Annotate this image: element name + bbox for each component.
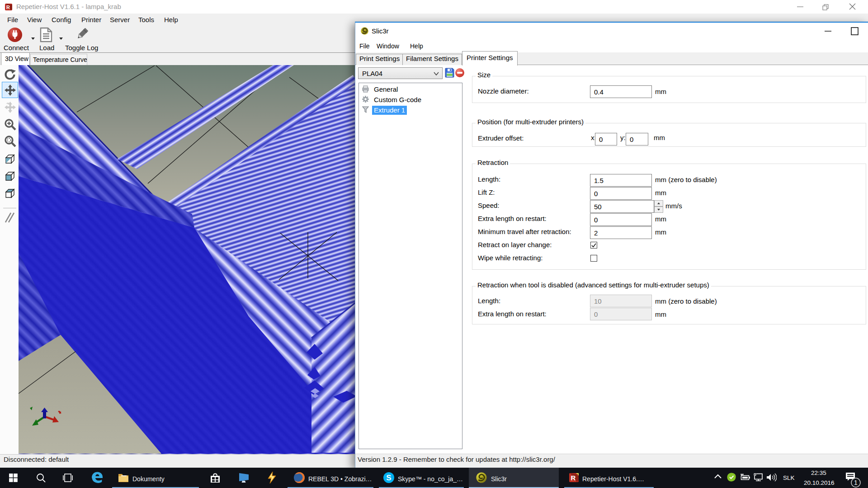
svg-text:R: R [6, 5, 10, 10]
svg-text:1: 1 [854, 479, 858, 486]
svg-text:S: S [386, 474, 391, 482]
svg-text:R: R [571, 474, 576, 482]
